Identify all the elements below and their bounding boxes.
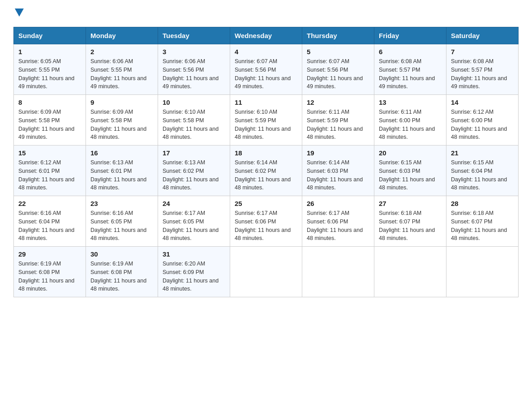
calendar-cell: 19 Sunrise: 6:14 AMSunset: 6:03 PMDaylig…	[302, 146, 374, 196]
logo-triangle-icon	[15, 9, 24, 20]
day-number: 8	[18, 98, 81, 106]
calendar-table: SundayMondayTuesdayWednesdayThursdayFrid…	[13, 27, 519, 297]
calendar-cell: 11 Sunrise: 6:10 AMSunset: 5:59 PMDaylig…	[230, 95, 302, 146]
calendar-cell: 26 Sunrise: 6:17 AMSunset: 6:06 PMDaylig…	[302, 196, 374, 247]
calendar-day-header-friday: Friday	[374, 27, 446, 44]
day-number: 31	[163, 250, 225, 258]
day-info: Sunrise: 6:14 AMSunset: 6:03 PMDaylight:…	[307, 159, 363, 191]
calendar-cell	[302, 247, 374, 297]
day-info: Sunrise: 6:09 AMSunset: 5:58 PMDaylight:…	[90, 109, 146, 140]
calendar-week-row: 15 Sunrise: 6:12 AMSunset: 6:01 PMDaylig…	[14, 146, 519, 196]
day-info: Sunrise: 6:08 AMSunset: 5:57 PMDaylight:…	[379, 58, 435, 90]
calendar-cell	[374, 247, 446, 297]
svg-marker-0	[15, 9, 24, 17]
calendar-cell: 27 Sunrise: 6:18 AMSunset: 6:07 PMDaylig…	[374, 196, 446, 247]
calendar-cell: 8 Sunrise: 6:09 AMSunset: 5:58 PMDayligh…	[14, 95, 86, 146]
calendar-cell: 16 Sunrise: 6:13 AMSunset: 6:01 PMDaylig…	[86, 146, 158, 196]
day-number: 23	[90, 200, 153, 207]
day-info: Sunrise: 6:11 AMSunset: 6:00 PMDaylight:…	[379, 109, 435, 140]
day-info: Sunrise: 6:18 AMSunset: 6:07 PMDaylight:…	[451, 210, 507, 241]
calendar-cell: 9 Sunrise: 6:09 AMSunset: 5:58 PMDayligh…	[86, 95, 158, 146]
day-number: 12	[307, 98, 369, 106]
day-number: 9	[90, 98, 153, 106]
calendar-day-header-tuesday: Tuesday	[158, 27, 230, 44]
day-number: 4	[235, 48, 297, 56]
day-info: Sunrise: 6:17 AMSunset: 6:05 PMDaylight:…	[163, 210, 219, 241]
day-number: 27	[379, 200, 442, 207]
calendar-cell: 1 Sunrise: 6:05 AMSunset: 5:55 PMDayligh…	[14, 44, 86, 95]
day-number: 26	[307, 200, 369, 207]
day-number: 2	[90, 48, 153, 56]
day-number: 11	[235, 98, 297, 106]
day-info: Sunrise: 6:06 AMSunset: 5:56 PMDaylight:…	[163, 58, 219, 90]
day-info: Sunrise: 6:08 AMSunset: 5:57 PMDaylight:…	[451, 58, 507, 90]
calendar-cell: 22 Sunrise: 6:16 AMSunset: 6:04 PMDaylig…	[14, 196, 86, 247]
calendar-cell: 29 Sunrise: 6:19 AMSunset: 6:08 PMDaylig…	[14, 247, 86, 297]
day-info: Sunrise: 6:11 AMSunset: 5:59 PMDaylight:…	[307, 109, 363, 140]
day-info: Sunrise: 6:12 AMSunset: 6:00 PMDaylight:…	[451, 109, 507, 140]
day-number: 20	[379, 149, 442, 157]
calendar-week-row: 8 Sunrise: 6:09 AMSunset: 5:58 PMDayligh…	[14, 95, 519, 146]
calendar-week-row: 1 Sunrise: 6:05 AMSunset: 5:55 PMDayligh…	[14, 44, 519, 95]
calendar-week-row: 22 Sunrise: 6:16 AMSunset: 6:04 PMDaylig…	[14, 196, 519, 247]
calendar-day-header-sunday: Sunday	[14, 27, 86, 44]
day-number: 19	[307, 149, 369, 157]
day-number: 29	[18, 250, 81, 258]
day-info: Sunrise: 6:09 AMSunset: 5:58 PMDaylight:…	[18, 109, 74, 140]
calendar-day-header-saturday: Saturday	[446, 27, 519, 44]
day-info: Sunrise: 6:10 AMSunset: 5:59 PMDaylight:…	[235, 109, 291, 140]
calendar-cell	[230, 247, 302, 297]
day-number: 18	[235, 149, 297, 157]
day-info: Sunrise: 6:20 AMSunset: 6:09 PMDaylight:…	[163, 261, 219, 292]
calendar-cell: 21 Sunrise: 6:15 AMSunset: 6:04 PMDaylig…	[446, 146, 519, 196]
day-info: Sunrise: 6:07 AMSunset: 5:56 PMDaylight:…	[235, 58, 291, 90]
day-info: Sunrise: 6:15 AMSunset: 6:04 PMDaylight:…	[451, 159, 507, 191]
calendar-cell: 18 Sunrise: 6:14 AMSunset: 6:02 PMDaylig…	[230, 146, 302, 196]
day-info: Sunrise: 6:10 AMSunset: 5:58 PMDaylight:…	[163, 109, 219, 140]
calendar-cell: 10 Sunrise: 6:10 AMSunset: 5:58 PMDaylig…	[158, 95, 230, 146]
day-number: 24	[163, 200, 225, 207]
day-info: Sunrise: 6:17 AMSunset: 6:06 PMDaylight:…	[307, 210, 363, 241]
calendar-cell: 24 Sunrise: 6:17 AMSunset: 6:05 PMDaylig…	[158, 196, 230, 247]
calendar-cell: 31 Sunrise: 6:20 AMSunset: 6:09 PMDaylig…	[158, 247, 230, 297]
calendar-cell: 15 Sunrise: 6:12 AMSunset: 6:01 PMDaylig…	[14, 146, 86, 196]
day-number: 17	[163, 149, 225, 157]
day-info: Sunrise: 6:18 AMSunset: 6:07 PMDaylight:…	[379, 210, 435, 241]
calendar-cell: 28 Sunrise: 6:18 AMSunset: 6:07 PMDaylig…	[446, 196, 519, 247]
day-number: 21	[451, 149, 514, 157]
day-number: 1	[18, 48, 81, 56]
day-number: 15	[18, 149, 81, 157]
calendar-cell: 7 Sunrise: 6:08 AMSunset: 5:57 PMDayligh…	[446, 44, 519, 95]
day-info: Sunrise: 6:14 AMSunset: 6:02 PMDaylight:…	[235, 159, 291, 191]
day-number: 16	[90, 149, 153, 157]
day-number: 30	[90, 250, 153, 258]
calendar-day-header-monday: Monday	[86, 27, 158, 44]
calendar-cell: 25 Sunrise: 6:17 AMSunset: 6:06 PMDaylig…	[230, 196, 302, 247]
day-number: 14	[451, 98, 514, 106]
calendar-cell: 23 Sunrise: 6:16 AMSunset: 6:05 PMDaylig…	[86, 196, 158, 247]
calendar-cell: 6 Sunrise: 6:08 AMSunset: 5:57 PMDayligh…	[374, 44, 446, 95]
day-number: 5	[307, 48, 369, 56]
day-info: Sunrise: 6:13 AMSunset: 6:01 PMDaylight:…	[90, 159, 146, 191]
calendar-cell: 5 Sunrise: 6:07 AMSunset: 5:56 PMDayligh…	[302, 44, 374, 95]
calendar-cell: 30 Sunrise: 6:19 AMSunset: 6:08 PMDaylig…	[86, 247, 158, 297]
day-number: 7	[451, 48, 514, 56]
calendar-cell: 14 Sunrise: 6:12 AMSunset: 6:00 PMDaylig…	[446, 95, 519, 146]
day-info: Sunrise: 6:05 AMSunset: 5:55 PMDaylight:…	[18, 58, 74, 90]
day-number: 6	[379, 48, 442, 56]
calendar-cell: 3 Sunrise: 6:06 AMSunset: 5:56 PMDayligh…	[158, 44, 230, 95]
day-number: 10	[163, 98, 225, 106]
calendar-cell	[446, 247, 519, 297]
day-info: Sunrise: 6:17 AMSunset: 6:06 PMDaylight:…	[235, 210, 291, 241]
page-header	[13, 9, 519, 20]
day-info: Sunrise: 6:15 AMSunset: 6:03 PMDaylight:…	[379, 159, 435, 191]
calendar-header-row: SundayMondayTuesdayWednesdayThursdayFrid…	[14, 27, 519, 44]
day-info: Sunrise: 6:19 AMSunset: 6:08 PMDaylight:…	[18, 261, 74, 292]
day-info: Sunrise: 6:07 AMSunset: 5:56 PMDaylight:…	[307, 58, 363, 90]
calendar-cell: 17 Sunrise: 6:13 AMSunset: 6:02 PMDaylig…	[158, 146, 230, 196]
day-number: 3	[163, 48, 225, 56]
day-number: 22	[18, 200, 81, 207]
logo	[13, 9, 24, 20]
day-info: Sunrise: 6:16 AMSunset: 6:05 PMDaylight:…	[90, 210, 146, 241]
day-number: 13	[379, 98, 442, 106]
